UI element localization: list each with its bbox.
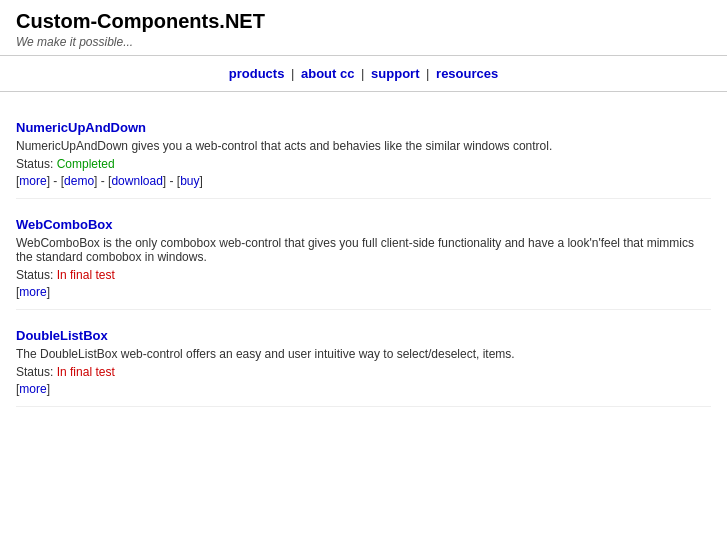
site-header: Custom-Components.NET We make it possibl… <box>0 0 727 56</box>
product-title-numeric-up-down[interactable]: NumericUpAndDown <box>16 120 146 135</box>
link-separator: - <box>166 174 177 188</box>
product-link-more[interactable]: more <box>19 285 46 299</box>
bracket-close: ] <box>47 285 50 299</box>
product-title-web-combo-box[interactable]: WebComboBox <box>16 217 113 232</box>
product-title-double-list-box[interactable]: DoubleListBox <box>16 328 108 343</box>
product-link-buy[interactable]: buy <box>180 174 199 188</box>
product-link-demo[interactable]: demo <box>64 174 94 188</box>
status-value: In final test <box>57 268 115 282</box>
product-link-more[interactable]: more <box>19 174 46 188</box>
status-value: Completed <box>57 157 115 171</box>
product-description-numeric-up-down: NumericUpAndDown gives you a web-control… <box>16 139 711 153</box>
bracket-close: ] <box>47 382 50 396</box>
product-description-web-combo-box: WebComboBox is the only combobox web-con… <box>16 236 711 264</box>
main-content: NumericUpAndDownNumericUpAndDown gives y… <box>0 92 727 417</box>
bracket-close: ] <box>200 174 203 188</box>
site-tagline: We make it possible... <box>16 35 711 49</box>
product-section-numeric-up-down: NumericUpAndDownNumericUpAndDown gives y… <box>16 112 711 199</box>
product-section-double-list-box: DoubleListBoxThe DoubleListBox web-contr… <box>16 320 711 407</box>
product-link-download[interactable]: download <box>111 174 162 188</box>
nav-separator: | <box>287 66 298 81</box>
product-link-more[interactable]: more <box>19 382 46 396</box>
product-links-web-combo-box: [more] <box>16 285 711 299</box>
status-label: Status: <box>16 268 57 282</box>
nav-item-resources[interactable]: resources <box>436 66 498 81</box>
nav-separator: | <box>357 66 368 81</box>
product-status-numeric-up-down: Status: Completed <box>16 157 711 171</box>
status-label: Status: <box>16 365 57 379</box>
status-value: In final test <box>57 365 115 379</box>
product-links-double-list-box: [more] <box>16 382 711 396</box>
site-title: Custom-Components.NET <box>16 10 711 33</box>
product-description-double-list-box: The DoubleListBox web-control offers an … <box>16 347 711 361</box>
nav-item-support[interactable]: support <box>371 66 419 81</box>
nav-item-about-cc[interactable]: about cc <box>301 66 354 81</box>
link-separator: - <box>50 174 61 188</box>
product-status-double-list-box: Status: In final test <box>16 365 711 379</box>
product-section-web-combo-box: WebComboBoxWebComboBox is the only combo… <box>16 209 711 310</box>
product-status-web-combo-box: Status: In final test <box>16 268 711 282</box>
link-separator: - <box>97 174 108 188</box>
nav-item-products[interactable]: products <box>229 66 285 81</box>
nav-separator: | <box>422 66 433 81</box>
product-links-numeric-up-down: [more] - [demo] - [download] - [buy] <box>16 174 711 188</box>
navigation: products | about cc | support | resource… <box>0 56 727 92</box>
status-label: Status: <box>16 157 57 171</box>
